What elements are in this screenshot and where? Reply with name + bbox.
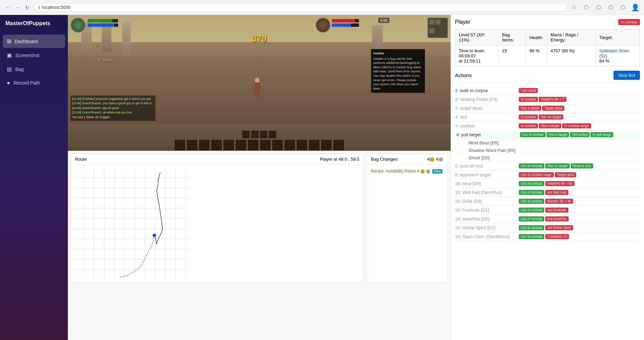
tag-5-0: Out of combat — [520, 132, 546, 137]
back-button[interactable]: ← — [4, 3, 12, 12]
action-tags-12: Out of combatnot InnerFire — [519, 216, 569, 221]
action-tags-0: I am dead — [519, 88, 538, 93]
tag-3-0: In combat — [519, 114, 538, 120]
tag-2-1: Target dead — [542, 106, 564, 111]
tag-9-1: not Well Fed — [545, 190, 568, 195]
action-row-14: 18: Open Clam [OemMinus]Out of combatCoo… — [455, 232, 640, 241]
action-name-13: 18: Divine Spirit [D7] — [455, 225, 516, 230]
extension2-button[interactable]: ⬡ — [594, 3, 603, 12]
action-row-0: 1: walk to corpseI am dead — [455, 86, 640, 95]
action-name-5: 4: pull target — [456, 132, 517, 137]
sidebar-nav: ⊞ Dashboard ▣ Screenshot ▤ Bag ● Record … — [0, 32, 68, 92]
action-tags-13: Out of combatnot Divine Spirit — [519, 225, 573, 230]
tag-1-1: Health% 86 < 7 — [539, 97, 566, 102]
action-name-6: 5: post kill loot — [455, 163, 516, 168]
silver-coin-icon: ⬤ — [438, 157, 443, 162]
extension3-button[interactable]: ⬡ — [606, 3, 615, 12]
action-row-10: 18: Drink [D8]Out of combatMana% 90 < 40 — [455, 197, 640, 206]
game-viewport: h Siren 379 4:50 — [68, 15, 451, 151]
stop-bot-button[interactable]: Stop Bot — [613, 71, 640, 80]
tag-2-0: Has a target — [519, 106, 541, 111]
bag-icon: ▤ — [7, 66, 12, 72]
route-header: Route Player at 48.0 , 59.5 — [71, 154, 363, 165]
tag-11-0: Out of combat — [519, 208, 544, 213]
sidebar-item-screenshot[interactable]: ▣ Screenshot — [3, 49, 65, 62]
tag-4-2: In combat range — [562, 123, 591, 128]
action-row-11: 18: Fortitude [D1]Out of combatnot Forti… — [455, 206, 640, 215]
sidebar-item-bag[interactable]: ▤ Bag — [3, 62, 65, 76]
bag-changes-title: Bag Changes — [371, 157, 398, 162]
tag-3-1: Has no target — [539, 114, 563, 120]
tag-5-1: Has a target — [547, 132, 569, 137]
dashboard-icon: ⊞ — [7, 38, 11, 44]
cell-bag-count: 15 — [498, 46, 526, 67]
action-row-6: 5: post kill lootOut of combatHas no tar… — [455, 162, 640, 171]
target-name-link[interactable]: Spitelash Siren (52) — [599, 48, 629, 58]
npc-name-tag: h Siren — [98, 57, 112, 62]
item-silver-coin: ⬤ — [426, 169, 430, 174]
action-row-9: 18: Well Fed [OemPlus]Out of combatnot W… — [455, 188, 640, 197]
bag-changes-panel: Bag Changes 4⬤ 4⬤ Recipe: Invisibility P… — [366, 154, 448, 283]
bottom-panels: Route Player at 48.0 , 59.5 — [68, 151, 451, 285]
target-pct: 84 % — [599, 58, 636, 64]
action-row-7: 8: approach targetOut of combat rangeTar… — [455, 171, 640, 179]
game-render: h Siren 379 4:50 — [68, 15, 451, 151]
action-name-7: 8: approach target — [455, 172, 516, 177]
address-bar[interactable]: ℹ localhost:5000 — [34, 3, 567, 12]
extension4-button[interactable]: ⬡ — [618, 3, 628, 12]
main-layout: h Siren 379 4:50 — [68, 15, 644, 340]
record-path-icon: ● — [7, 80, 10, 86]
game-counter-display: 379 — [252, 34, 266, 44]
tag-7-1: Target alive — [555, 172, 576, 177]
action-name-3: 4: loot — [455, 114, 516, 120]
tag-7-0: Out of combat range — [519, 172, 554, 177]
profile-button[interactable]: 👤 — [630, 3, 640, 12]
tag-1-0: In combat — [519, 97, 538, 102]
action-row-4: 4: combatIn combatHas a targetIn combat … — [455, 122, 640, 130]
reload-button[interactable]: ↻ — [23, 3, 31, 12]
sidebar-label-screenshot: Screenshot — [15, 53, 39, 58]
tag-12-0: Out of combat — [519, 216, 544, 221]
col-bag: Bag Items: — [498, 30, 526, 46]
action-tags-9: Out of combatnot Well Fed — [519, 190, 568, 195]
action-name-1: 3: Healing Potion [F4] — [455, 97, 516, 102]
game-tooltip: Swatter Swatter is a bug catcher that pe… — [371, 49, 425, 93]
sidebar: MasterOfPuppets ⊞ Dashboard ▣ Screenshot… — [0, 15, 68, 340]
action-tags-5: Out of combatHas a targetNot pulledIn pu… — [520, 132, 613, 137]
combat-status-badge: In combat — [618, 19, 640, 25]
gold-coin-icon: ⬤ — [430, 157, 435, 162]
sidebar-label-bag: Bag — [15, 67, 24, 72]
tag-6-0: Out of combat — [519, 163, 544, 168]
tag-14-1: Cooldown 15 — [545, 234, 569, 239]
tag-5-3: In pull range — [590, 132, 613, 137]
col-target: Target: — [596, 30, 640, 46]
extension1-button[interactable]: ⬡ — [582, 3, 591, 12]
action-tags-11: Out of combatnot Fortitude — [519, 208, 568, 213]
item-gold-coin: ⬤ — [420, 169, 425, 174]
content-area: h Siren 379 4:50 — [68, 15, 644, 340]
sidebar-item-dashboard[interactable]: ⊞ Dashboard — [3, 35, 65, 48]
sidebar-label-dashboard: Dashboard — [15, 39, 38, 44]
actions-header: Actions Stop Bot — [455, 71, 640, 83]
action-tags-3: In combatHas no target — [519, 114, 563, 120]
sub-action-5-1: Shadow Word Pain [D6] — [455, 147, 640, 154]
player-section-title: Player — [455, 19, 470, 25]
sidebar-item-record-path[interactable]: ● Record Path — [3, 76, 65, 89]
action-row-12: 18: InnerFire [D2]Out of combatnot Inner… — [455, 215, 640, 223]
cell-target: Spitelash Siren (52) 84 % — [596, 46, 640, 67]
action-bar — [174, 130, 344, 151]
cell-mana: 4757 (90 %) — [547, 46, 596, 67]
action-tags-4: In combatHas a targetIn combat range — [519, 123, 591, 128]
cell-health: 86 % — [526, 46, 547, 67]
action-name-10: 18: Drink [D8] — [455, 199, 516, 204]
col-mana: Mana / Rage / Energy: — [547, 30, 596, 46]
action-name-12: 18: InnerFire [D2] — [455, 216, 516, 221]
sub-action-5-2: Shoot [D0] — [455, 154, 640, 162]
sub-action-5-0: Mind Blast [D5] — [455, 139, 640, 147]
action-name-14: 18: Open Clam [OemMinus] — [455, 234, 516, 239]
col-level: Level 57 (XP: 11%) — [455, 30, 499, 46]
bag-changes-header: Bag Changes 4⬤ 4⬤ — [367, 154, 448, 165]
action-tags-7: Out of combat rangeTarget alive — [519, 172, 576, 177]
forward-button[interactable]: → — [14, 3, 22, 12]
star-button[interactable]: ☆ — [569, 3, 579, 12]
